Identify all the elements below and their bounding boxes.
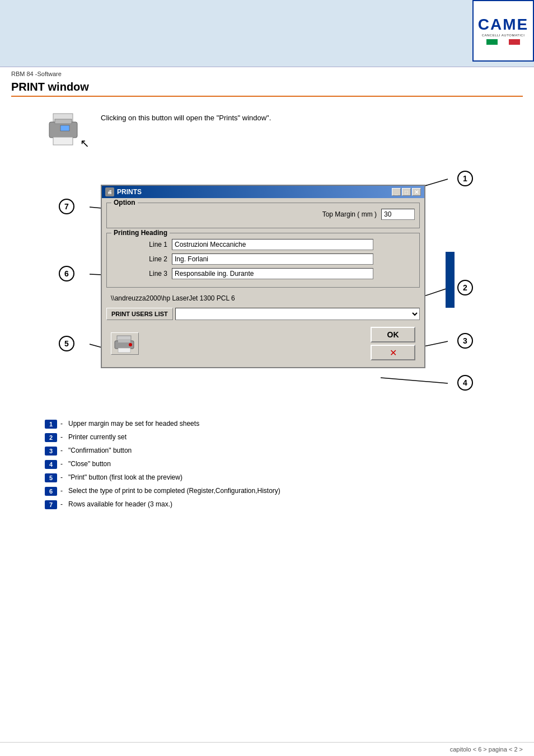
- legend-dash: -: [60, 460, 65, 468]
- legend-dash: -: [60, 447, 65, 454]
- cursor-icon: ↖: [80, 137, 90, 150]
- legend-dash: -: [60, 433, 65, 441]
- legend-item: 2 - Printer currently set: [45, 433, 489, 442]
- svg-rect-15: [118, 348, 130, 353]
- print-preview-button[interactable]: [111, 332, 139, 355]
- callout-4: 4: [457, 375, 473, 391]
- dialog-title-text: PRINTS: [117, 188, 142, 196]
- close-button[interactable]: ✕: [412, 188, 421, 196]
- dialog-titlebar: 🖨 PRINTS _ □ ✕: [102, 186, 424, 198]
- legend-item: 4 - "Close" button: [45, 460, 489, 469]
- callout-2: 2: [457, 280, 473, 295]
- svg-point-16: [129, 343, 132, 346]
- cancel-button[interactable]: ✕: [371, 345, 415, 360]
- callout-3: 3: [457, 333, 473, 349]
- page-footer: capitolo < 6 > pagina < 2 >: [0, 742, 534, 756]
- print-type-select[interactable]: [175, 308, 420, 320]
- legend-text: "Close" button: [68, 460, 111, 468]
- legend-number: 1: [45, 420, 57, 429]
- legend-number: 2: [45, 433, 57, 442]
- line1-row: Line 1: [111, 239, 415, 250]
- legend-number: 6: [45, 487, 57, 496]
- callout-7: 7: [59, 199, 74, 214]
- dialog-body: Option Top Margin ( mm ) Printing Headin…: [102, 198, 424, 367]
- ok-button[interactable]: OK: [371, 327, 415, 342]
- svg-line-8: [381, 378, 448, 383]
- option-group-label: Option: [111, 199, 138, 206]
- svg-rect-14: [118, 339, 130, 342]
- legend-dash: -: [60, 473, 65, 481]
- sidebar-indicator: [446, 252, 455, 308]
- line1-input[interactable]: [172, 239, 373, 250]
- svg-rect-3: [53, 137, 73, 145]
- dropdown-row: PRINT USERS LIST: [106, 308, 420, 320]
- legend-section: 1 - Upper margin may be set for headed s…: [45, 420, 489, 509]
- line3-row: Line 3: [111, 268, 415, 279]
- prints-dialog: 🖨 PRINTS _ □ ✕ Option Top Ma: [101, 185, 425, 368]
- legend-number: 4: [45, 460, 57, 469]
- printing-heading-group: Printing Heading Line 1 Line 2 Line 3: [106, 233, 420, 288]
- svg-rect-2: [55, 119, 72, 124]
- print-preview-icon: [114, 334, 136, 354]
- main-content: ↖ Clicking on this button will open the …: [0, 102, 534, 532]
- print-users-list-button[interactable]: PRINT USERS LIST: [106, 308, 173, 320]
- button-row: OK ✕: [106, 325, 420, 363]
- line2-label: Line 2: [111, 255, 167, 263]
- top-margin-input[interactable]: [381, 209, 415, 220]
- option-group: Option Top Margin ( mm ): [106, 203, 420, 228]
- legend-item: 7 - Rows available for header (3 max.): [45, 500, 489, 509]
- svg-rect-4: [60, 125, 69, 131]
- printer-path: \\andreuzza2000\hp LaserJet 1300 PCL 6: [106, 292, 420, 304]
- top-margin-row: Top Margin ( mm ): [111, 209, 415, 220]
- legend-dash: -: [60, 487, 65, 495]
- legend-number: 7: [45, 500, 57, 509]
- top-margin-label: Top Margin ( mm ): [321, 210, 377, 218]
- italian-flag-icon: [486, 39, 520, 45]
- printer-icon: [45, 111, 84, 147]
- intro-row: ↖ Clicking on this button will open the …: [11, 108, 523, 151]
- legend-number: 3: [45, 447, 57, 456]
- legend-dash: -: [60, 500, 65, 508]
- callout-6: 6: [59, 266, 74, 281]
- came-logo: CAME: [478, 17, 528, 32]
- dialog-title-left: 🖨 PRINTS: [105, 187, 142, 196]
- breadcrumb: RBM 84 -Software: [0, 67, 534, 81]
- legend-text: Upper margin may be set for headed sheet…: [68, 420, 199, 428]
- action-buttons: OK ✕: [371, 327, 415, 360]
- line2-row: Line 2: [111, 253, 415, 265]
- line3-input[interactable]: [172, 268, 373, 279]
- legend-dash: -: [60, 420, 65, 428]
- callout-5: 5: [59, 336, 74, 351]
- printing-heading-label: Printing Heading: [111, 229, 170, 237]
- minimize-button[interactable]: _: [392, 188, 401, 196]
- legend-item: 5 - "Print" button (first look at the pr…: [45, 473, 489, 482]
- legend-item: 3 - "Confirmation" button: [45, 447, 489, 456]
- legend-list: 1 - Upper margin may be set for headed s…: [45, 420, 489, 509]
- option-group-content: Top Margin ( mm ): [111, 209, 415, 220]
- legend-text: Rows available for header (3 max.): [68, 500, 172, 508]
- legend-item: 6 - Select the type of print to be compl…: [45, 487, 489, 496]
- line2-input[interactable]: [172, 253, 373, 265]
- legend-item: 1 - Upper margin may be set for headed s…: [45, 420, 489, 429]
- legend-text: Printer currently set: [68, 433, 127, 441]
- line3-label: Line 3: [111, 270, 167, 278]
- printing-heading-content: Line 1 Line 2 Line 3: [111, 239, 415, 279]
- legend-text: Select the type of print to be completed…: [68, 487, 280, 495]
- footer-text: capitolo < 6 > pagina < 2 >: [450, 746, 523, 753]
- callout-1: 1: [457, 171, 473, 186]
- line1-label: Line 1: [111, 241, 167, 248]
- legend-text: "Confirmation" button: [68, 447, 132, 454]
- logo-box: CAME CANCELLI AUTOMATICI: [472, 0, 534, 62]
- dialog-controls[interactable]: _ □ ✕: [392, 188, 421, 196]
- page-title: PRINT window: [11, 81, 89, 93]
- logo-subtitle: CANCELLI AUTOMATICI: [482, 34, 525, 37]
- dialog-title-icon: 🖨: [105, 187, 114, 196]
- legend-number: 5: [45, 473, 57, 482]
- legend-text: "Print" button (first look at the previe…: [68, 473, 182, 481]
- header-bar: CAME CANCELLI AUTOMATICI: [0, 0, 534, 67]
- restore-button[interactable]: □: [402, 188, 411, 196]
- intro-description: Clicking on this button will open the "P…: [101, 108, 271, 122]
